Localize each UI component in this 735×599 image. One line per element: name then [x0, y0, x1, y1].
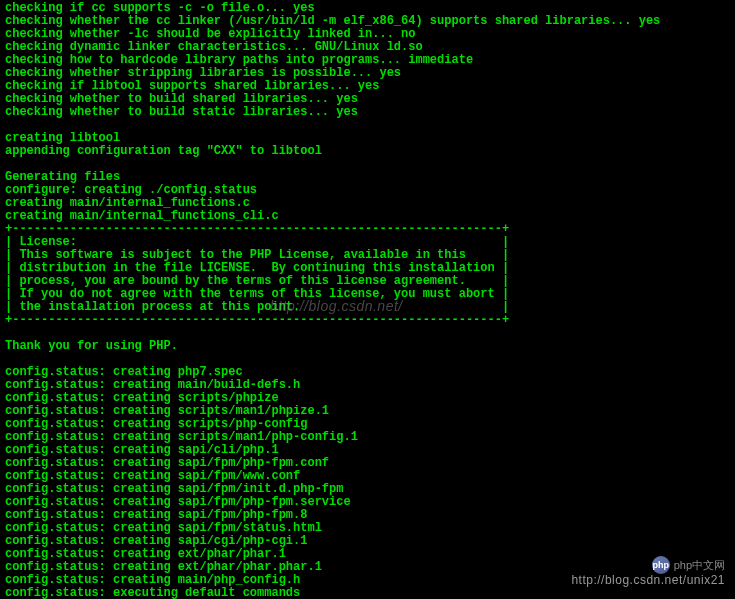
terminal-output: checking if cc supports -c -o file.o... …	[5, 2, 730, 599]
